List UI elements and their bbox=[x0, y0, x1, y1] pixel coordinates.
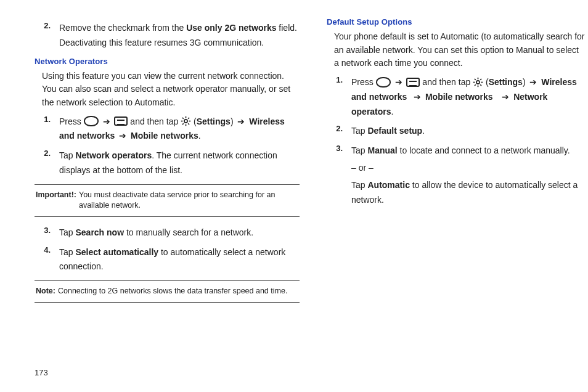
svg-line-7 bbox=[182, 124, 184, 125]
text: . bbox=[198, 131, 201, 141]
text: Press bbox=[59, 116, 84, 126]
text: Tap bbox=[59, 150, 75, 160]
arrow-icon: ➔ bbox=[117, 131, 128, 141]
section-heading: Default Setup Options bbox=[327, 17, 586, 27]
menu-button-icon bbox=[114, 116, 128, 126]
important-text: You must deactivate data service prior t… bbox=[79, 190, 298, 211]
arrow-icon: ➔ bbox=[393, 77, 404, 87]
bold-text: Use only 2G networks bbox=[186, 23, 276, 33]
list-number: 1. bbox=[35, 115, 59, 144]
menu-button-icon bbox=[406, 78, 420, 87]
text: . bbox=[422, 126, 425, 136]
text: Tap bbox=[351, 126, 367, 136]
home-button-icon bbox=[376, 77, 391, 88]
list-number: 1. bbox=[327, 75, 351, 119]
left-column: 2. Remove the checkmark from the Use onl… bbox=[35, 17, 300, 311]
list-item: 2. Remove the checkmark from the Use onl… bbox=[35, 21, 300, 51]
text: to manually search for a network. bbox=[124, 227, 253, 237]
list-text: Press ➔ and then tap (Settings) ➔ Wirele… bbox=[351, 75, 586, 119]
bold-text: Default setup bbox=[367, 126, 422, 136]
list-item: 1. Press ➔ and then tap (Settings) ➔ Wir… bbox=[327, 75, 586, 119]
gear-icon bbox=[181, 116, 191, 126]
arrow-icon: ➔ bbox=[500, 92, 511, 102]
svg-line-17 bbox=[480, 79, 481, 80]
or-separator: – or – bbox=[351, 161, 586, 176]
note-label: Note: bbox=[36, 286, 58, 297]
bold-text: Automatic bbox=[367, 180, 409, 190]
paragraph: Using this feature you can view the curr… bbox=[42, 70, 300, 110]
text: to locate and connect to a network manua… bbox=[398, 145, 570, 155]
svg-point-9 bbox=[476, 81, 480, 84]
list-item: 2. Tap Default setup. bbox=[327, 124, 586, 139]
list-text: Tap Default setup. bbox=[351, 124, 586, 139]
bold-text: Select automatically bbox=[75, 247, 158, 257]
svg-line-16 bbox=[475, 84, 476, 86]
list-text: Tap Select automatically to automaticall… bbox=[59, 245, 300, 275]
list-text: Tap Manual to locate and connect to a ne… bbox=[351, 144, 586, 207]
text: Tap bbox=[59, 247, 75, 257]
text: Remove the checkmark from the bbox=[59, 23, 186, 33]
bold-text: Search now bbox=[75, 227, 124, 237]
bold-text: Manual bbox=[367, 145, 397, 155]
note-text: Connecting to 2G networks slows the data… bbox=[58, 286, 298, 297]
bold-text: Settings bbox=[197, 116, 231, 126]
bold-text: Settings bbox=[489, 77, 523, 87]
list-text: Remove the checkmark from the Use only 2… bbox=[59, 21, 300, 51]
gear-icon bbox=[473, 77, 483, 88]
arrow-icon: ➔ bbox=[235, 116, 247, 126]
page-number: 173 bbox=[35, 368, 48, 377]
bold-text: Mobile networks bbox=[425, 92, 493, 102]
arrow-icon: ➔ bbox=[528, 77, 539, 87]
text: . bbox=[391, 107, 394, 116]
list-text: Tap Search now to manually search for a … bbox=[59, 226, 300, 240]
text: and then tap bbox=[422, 77, 473, 87]
page-columns: 2. Remove the checkmark from the Use onl… bbox=[0, 17, 588, 311]
svg-line-15 bbox=[480, 84, 481, 86]
list-number: 2. bbox=[35, 21, 59, 51]
svg-line-5 bbox=[182, 118, 184, 119]
bold-text: Mobile networks bbox=[131, 131, 198, 141]
note-box: Note: Connecting to 2G networks slows th… bbox=[35, 280, 300, 303]
list-number: 3. bbox=[35, 226, 59, 240]
right-column: Default Setup Options Your phone default… bbox=[327, 17, 586, 311]
text: Press bbox=[351, 77, 376, 87]
text: Tap bbox=[351, 180, 367, 190]
svg-line-8 bbox=[188, 118, 189, 119]
svg-point-0 bbox=[184, 120, 187, 123]
text: and then tap bbox=[130, 116, 181, 126]
arrow-icon: ➔ bbox=[412, 92, 423, 102]
list-item: 3. Tap Search now to manually search for… bbox=[35, 226, 300, 240]
text: Tap bbox=[351, 145, 367, 155]
list-number: 3. bbox=[327, 144, 351, 207]
list-text: Tap Network operators. The current netwo… bbox=[59, 149, 300, 178]
important-box: Important!: You must deactivate data ser… bbox=[35, 184, 300, 217]
list-item: 4. Tap Select automatically to automatic… bbox=[35, 245, 300, 275]
bold-text: Network operators bbox=[75, 150, 152, 160]
section-heading: Network Operators bbox=[35, 57, 300, 66]
list-number: 4. bbox=[35, 245, 59, 275]
list-item: 2. Tap Network operators. The current ne… bbox=[35, 149, 300, 178]
list-item: 1. Press ➔ and then tap (Settings) ➔ Wir… bbox=[35, 115, 300, 144]
list-item: 3. Tap Manual to locate and connect to a… bbox=[327, 144, 586, 207]
home-button-icon bbox=[84, 116, 99, 126]
list-number: 2. bbox=[327, 124, 351, 139]
list-number: 2. bbox=[35, 149, 59, 178]
svg-line-6 bbox=[188, 124, 189, 125]
paragraph: Your phone default is set to Automatic (… bbox=[334, 30, 586, 70]
list-text: Press ➔ and then tap (Settings) ➔ Wirele… bbox=[59, 115, 300, 144]
important-label: Important!: bbox=[36, 190, 79, 211]
text: Tap bbox=[59, 227, 75, 237]
svg-line-14 bbox=[475, 79, 476, 80]
arrow-icon: ➔ bbox=[101, 116, 112, 126]
